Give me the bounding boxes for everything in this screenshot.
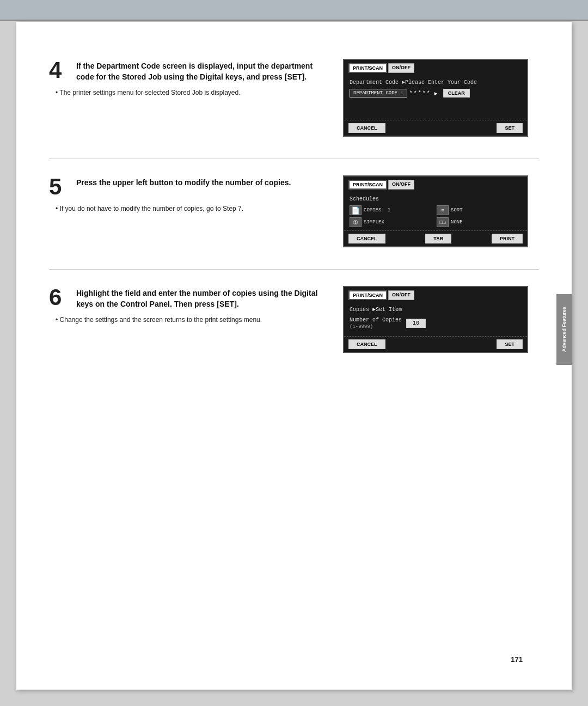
dept-label-4: DEPARTMENT CODE : (350, 89, 407, 98)
copies-value-box-6[interactable]: 10 (406, 319, 426, 328)
right-tab: Advanced Features (556, 294, 572, 365)
print-button-5[interactable]: PRINT (492, 234, 523, 244)
schedules-label: Schedules (350, 196, 522, 202)
num-copies-group: Number of Copies (1-9999) (350, 317, 402, 330)
screen-bottom-bar-4: CANCEL SET (344, 120, 527, 136)
step-5-header: 5 Press the upper left button to modify … (49, 175, 327, 198)
screen-mockup-5: PRINT/SCAN ON/OFF Schedules 📄 COPIES: 1 (343, 175, 528, 247)
simplex-icon: ① (350, 217, 362, 227)
copies-range-label: (1-9999) (350, 324, 402, 330)
step-6-left: 6 Highlight the field and enter the numb… (49, 286, 343, 325)
copies-icon: 📄 (350, 205, 362, 215)
step-4-section: 4 If the Department Code screen is displ… (49, 59, 539, 137)
step-5-number: 5 (49, 175, 71, 198)
screen-top-bar-5: PRINT/SCAN ON/OFF (344, 176, 527, 193)
step-5-title: Press the upper left button to modify th… (76, 175, 291, 188)
simplex-label: SIMPLEX (364, 220, 384, 225)
on-off-tab-5[interactable]: ON/OFF (388, 180, 414, 190)
step-6-number: 6 (49, 286, 71, 309)
copies-row-6: Number of Copies (1-9999) 10 (350, 317, 522, 330)
dept-line-4: Department Code ►Please Enter Your Code (350, 80, 522, 86)
cancel-button-4[interactable]: CANCEL (348, 123, 385, 133)
cancel-button-6[interactable]: CANCEL (348, 339, 385, 349)
screen-mockup-6: PRINT/SCAN ON/OFF Copies ►Set Item Numbe… (343, 286, 528, 353)
step-4-header: 4 If the Department Code screen is displ… (49, 59, 327, 82)
dept-value-4: ***** (409, 90, 431, 96)
sort-icon: ≡ (437, 205, 449, 215)
cancel-button-5[interactable]: CANCEL (348, 234, 385, 244)
dept-arrow-4: ► (433, 90, 439, 96)
num-copies-label: Number of Copies (350, 317, 402, 323)
step-6-header: 6 Highlight the field and enter the numb… (49, 286, 327, 309)
step-5-section: 5 Press the upper left button to modify … (49, 175, 539, 247)
screen-schedules-5: Schedules 📄 COPIES: 1 ≡ SORT (344, 193, 527, 230)
none-icon: □□ (437, 217, 449, 227)
screen-content-4: Department Code ►Please Enter Your Code … (344, 76, 527, 120)
copies-label-6: Copies (350, 307, 369, 313)
sort-cell: ≡ SORT (437, 205, 522, 215)
none-cell: □□ NONE (437, 217, 522, 227)
screen-btn-group-5: PRINT/SCAN ON/OFF (348, 180, 414, 190)
page-number: 171 (511, 655, 523, 664)
step-5-left: 5 Press the upper left button to modify … (49, 175, 343, 214)
screen-btn-group-6: PRINT/SCAN ON/OFF (348, 290, 414, 300)
clear-button-4[interactable]: CLEAR (443, 89, 470, 98)
screen-mockup-4: PRINT/SCAN ON/OFF Department Code ►Pleas… (343, 59, 528, 137)
schedules-grid: 📄 COPIES: 1 ≡ SORT ① SIMPLEX (350, 205, 522, 227)
screen-copies-6: Copies ►Set Item Number of Copies (1-999… (344, 303, 527, 336)
step-4-screen: PRINT/SCAN ON/OFF Department Code ►Pleas… (343, 59, 539, 137)
tab-button-5[interactable]: TAB (425, 234, 451, 244)
step-6-section: 6 Highlight the field and enter the numb… (49, 286, 539, 353)
on-off-tab-6[interactable]: ON/OFF (388, 290, 414, 300)
print-scan-tab-5[interactable]: PRINT/SCAN (348, 180, 387, 190)
screen-top-bar-6: PRINT/SCAN ON/OFF (344, 287, 527, 303)
copies-cell: 📄 COPIES: 1 (350, 205, 434, 215)
set-item-6: ►Set Item (372, 307, 402, 313)
step-5-screen: PRINT/SCAN ON/OFF Schedules 📄 COPIES: 1 (343, 175, 539, 247)
step-4-number: 4 (49, 59, 71, 82)
sort-label: SORT (451, 208, 463, 213)
dept-row-4: DEPARTMENT CODE : ***** ► CLEAR (350, 89, 522, 98)
right-tab-label: Advanced Features (561, 307, 567, 352)
on-off-tab-4[interactable]: ON/OFF (388, 63, 414, 73)
divider-2 (49, 269, 539, 270)
divider-1 (49, 159, 539, 159)
top-bar (0, 0, 588, 21)
step-4-title: If the Department Code screen is display… (76, 59, 327, 82)
step-4-bullet: The printer settings menu for selected S… (49, 88, 327, 98)
screen-bottom-bar-6: CANCEL SET (344, 336, 527, 352)
none-label: NONE (451, 220, 463, 225)
step-6-bullet: Change the settings and the screen retur… (49, 315, 327, 325)
print-scan-tab-6[interactable]: PRINT/SCAN (348, 290, 387, 300)
copies-header-6: Copies ►Set Item (350, 307, 522, 313)
copies-value-5: 1 (388, 208, 390, 213)
step-6-title: Highlight the field and enter the number… (76, 286, 327, 309)
screen-btn-group-4: PRINT/SCAN ON/OFF (348, 63, 414, 73)
screen-bottom-bar-5: CANCEL TAB PRINT (344, 230, 527, 246)
simplex-cell: ① SIMPLEX (350, 217, 434, 227)
page-content: 4 If the Department Code screen is displ… (33, 42, 555, 673)
step-4-left: 4 If the Department Code screen is displ… (49, 59, 343, 98)
step-5-bullet: If you do not have to modify the number … (49, 204, 327, 214)
step-6-screen: PRINT/SCAN ON/OFF Copies ►Set Item Numbe… (343, 286, 539, 353)
set-button-6[interactable]: SET (497, 339, 523, 349)
page-background: Advanced Features 4 If the Department Co… (16, 22, 572, 690)
screen-top-bar-4: PRINT/SCAN ON/OFF (344, 60, 527, 76)
copies-label-5: COPIES: (364, 208, 384, 213)
print-scan-tab-4[interactable]: PRINT/SCAN (348, 63, 387, 73)
set-button-4[interactable]: SET (497, 123, 523, 133)
